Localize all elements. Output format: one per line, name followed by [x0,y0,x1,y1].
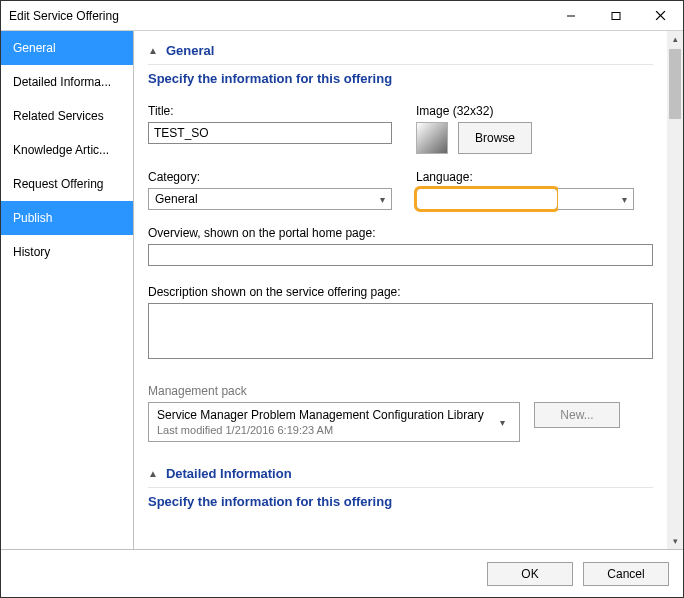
section-header-general[interactable]: ▲ General [148,41,653,65]
chevron-down-icon: ▾ [373,194,391,205]
scroll-down-icon[interactable]: ▾ [667,533,683,549]
title-label: Title: [148,104,392,118]
new-button[interactable]: New... [534,402,620,428]
section-subhead-general: Specify the information for this offerin… [148,71,653,86]
dialog-footer: OK Cancel [1,549,683,597]
image-label: Image (32x32) [416,104,532,118]
management-pack-combo[interactable]: Service Manager Problem Management Confi… [148,402,520,442]
titlebar: Edit Service Offering [1,1,683,31]
sidebar-item-request-offering[interactable]: Request Offering [1,167,133,201]
management-pack-modified: Last modified 1/21/2016 6:19:23 AM [157,424,493,436]
language-combo-more[interactable]: ▾ [558,188,634,210]
edit-service-offering-window: Edit Service Offering General Detailed I… [0,0,684,598]
image-preview [416,122,448,154]
main-panel: ▲ General Specify the information for th… [134,31,683,549]
minimize-button[interactable] [548,1,593,30]
chevron-down-icon: ▾ [493,417,511,428]
category-label: Category: [148,170,392,184]
maximize-button[interactable] [593,1,638,30]
management-pack-value: Service Manager Problem Management Confi… [157,408,493,422]
sidebar: General Detailed Informa... Related Serv… [1,31,134,549]
svg-rect-1 [612,12,620,19]
cancel-button[interactable]: Cancel [583,562,669,586]
chevron-down-icon: ▾ [615,194,633,205]
section-title-general: General [166,43,214,58]
overview-label: Overview, shown on the portal home page: [148,226,653,240]
sidebar-item-knowledge-articles[interactable]: Knowledge Artic... [1,133,133,167]
sidebar-item-general[interactable]: General [1,31,133,65]
language-combo[interactable] [416,188,558,210]
category-value: General [149,192,373,206]
section-subhead-detailed: Specify the information for this offerin… [148,494,653,509]
section-header-detailed[interactable]: ▲ Detailed Information [148,464,653,488]
section-title-detailed: Detailed Information [166,466,292,481]
management-pack-label: Management pack [148,384,653,398]
scrollbar-thumb[interactable] [669,49,681,119]
ok-button[interactable]: OK [487,562,573,586]
category-combo[interactable]: General ▾ [148,188,392,210]
scroll-up-icon[interactable]: ▴ [667,31,683,47]
body: General Detailed Informa... Related Serv… [1,31,683,549]
chevron-up-icon: ▲ [148,45,158,56]
vertical-scrollbar[interactable]: ▴ ▾ [667,31,683,549]
description-input[interactable] [148,303,653,359]
overview-input[interactable] [148,244,653,266]
close-button[interactable] [638,1,683,30]
sidebar-item-detailed-information[interactable]: Detailed Informa... [1,65,133,99]
title-input[interactable] [148,122,392,144]
chevron-up-icon: ▲ [148,468,158,479]
sidebar-item-history[interactable]: History [1,235,133,269]
description-label: Description shown on the service offerin… [148,285,653,299]
sidebar-item-publish[interactable]: Publish [1,201,133,235]
window-title: Edit Service Offering [1,9,548,23]
language-label: Language: [416,170,634,184]
sidebar-item-related-services[interactable]: Related Services [1,99,133,133]
browse-button[interactable]: Browse [458,122,532,154]
